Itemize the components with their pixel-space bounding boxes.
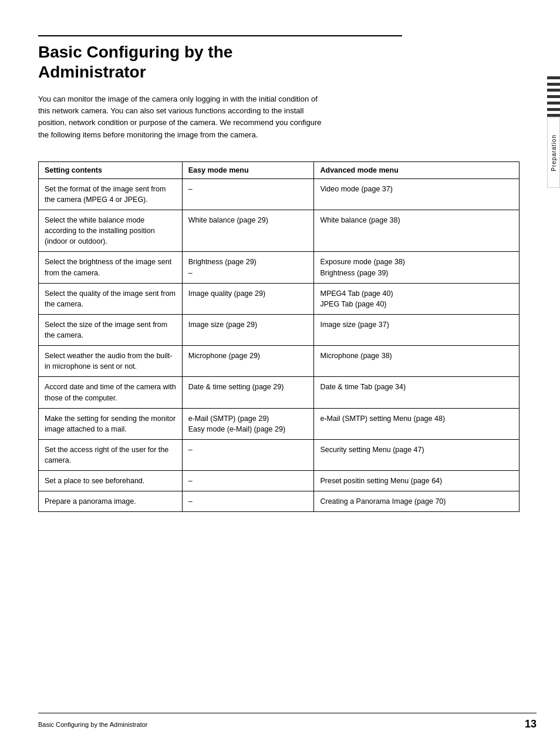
cell-setting-3: Select the quality of the image sent fro… <box>39 283 183 314</box>
table-header-row: Setting contents Easy mode menu Advanced… <box>39 161 519 178</box>
table-row: Set the access right of the user for the… <box>39 439 519 470</box>
cell-easy-3: Image quality (page 29) <box>182 283 314 314</box>
header-setting: Setting contents <box>39 161 183 178</box>
cell-setting-5: Select weather the audio from the built-… <box>39 346 183 377</box>
footer-page-number: 13 <box>525 718 537 730</box>
cell-advanced-5: Microphone (page 38) <box>314 346 519 377</box>
deco-line-3 <box>547 89 560 92</box>
cell-advanced-7: e-Mail (SMTP) setting Menu (page 48) <box>314 408 519 439</box>
cell-advanced-10: Creating a Panorama Image (page 70) <box>314 491 519 512</box>
header-easy: Easy mode menu <box>182 161 314 178</box>
cell-easy-8: – <box>182 439 314 470</box>
side-tab: Preparation <box>547 117 560 188</box>
cell-advanced-8: Security setting Menu (page 47) <box>314 439 519 470</box>
page-title: Basic Configuring by the Administrator <box>38 42 402 82</box>
deco-line-4 <box>547 95 560 98</box>
cell-setting-4: Select the size of the image sent from t… <box>39 314 183 345</box>
page-container: Basic Configuring by the Administrator Y… <box>0 0 560 748</box>
cell-easy-9: – <box>182 471 314 491</box>
cell-advanced-1: White balance (page 38) <box>314 210 519 252</box>
table-row: Prepare a panorama image.–Creating a Pan… <box>39 491 519 512</box>
cell-setting-6: Accord date and time of the camera with … <box>39 377 183 408</box>
cell-setting-2: Select the brightness of the image sent … <box>39 252 183 283</box>
table-row: Accord date and time of the camera with … <box>39 377 519 408</box>
footer-title: Basic Configuring by the Administrator <box>38 721 147 728</box>
cell-easy-7: e-Mail (SMTP) (page 29)Easy mode (e-Mail… <box>182 408 314 439</box>
table-row: Set a place to see beforehand.–Preset po… <box>39 471 519 491</box>
cell-easy-4: Image size (page 29) <box>182 314 314 345</box>
title-line1: Basic Configuring by the <box>38 43 232 61</box>
title-rule <box>38 35 402 36</box>
table-row: Select weather the audio from the built-… <box>39 346 519 377</box>
cell-setting-7: Make the setting for sending the monitor… <box>39 408 183 439</box>
cell-setting-1: Select the white balance mode according … <box>39 210 183 252</box>
settings-table: Setting contents Easy mode menu Advanced… <box>38 161 519 513</box>
deco-line-1 <box>547 76 560 79</box>
cell-setting-9: Set a place to see beforehand. <box>39 471 183 491</box>
table-row: Set the format of the image sent from th… <box>39 178 519 210</box>
table-row: Make the setting for sending the monitor… <box>39 408 519 439</box>
cell-setting-8: Set the access right of the user for the… <box>39 439 183 470</box>
deco-line-5 <box>547 102 560 105</box>
side-decoration <box>547 76 560 123</box>
deco-line-6 <box>547 108 560 111</box>
table-row: Select the quality of the image sent fro… <box>39 283 519 314</box>
cell-advanced-6: Date & time Tab (page 34) <box>314 377 519 408</box>
table-row: Select the brightness of the image sent … <box>39 252 519 283</box>
cell-advanced-4: Image size (page 37) <box>314 314 519 345</box>
side-tab-label: Preparation <box>551 134 557 171</box>
deco-line-2 <box>547 83 560 86</box>
table-row: Select the white balance mode according … <box>39 210 519 252</box>
cell-advanced-2: Exposure mode (page 38)Brightness (page … <box>314 252 519 283</box>
cell-advanced-9: Preset positin setting Menu (page 64) <box>314 471 519 491</box>
cell-easy-0: – <box>182 178 314 210</box>
footer: Basic Configuring by the Administrator 1… <box>38 713 537 730</box>
cell-easy-10: – <box>182 491 314 512</box>
header-advanced: Advanced mode menu <box>314 161 519 178</box>
cell-advanced-3: MPEG4 Tab (page 40)JPEG Tab (page 40) <box>314 283 519 314</box>
intro-paragraph: You can monitor the image of the camera … <box>38 93 326 141</box>
title-line2: Administrator <box>38 63 146 81</box>
deco-line-7 <box>547 114 560 117</box>
cell-advanced-0: Video mode (page 37) <box>314 178 519 210</box>
cell-easy-5: Microphone (page 29) <box>182 346 314 377</box>
table-row: Select the size of the image sent from t… <box>39 314 519 345</box>
cell-easy-6: Date & time setting (page 29) <box>182 377 314 408</box>
cell-easy-2: Brightness (page 29)– <box>182 252 314 283</box>
cell-easy-1: White balance (page 29) <box>182 210 314 252</box>
cell-setting-0: Set the format of the image sent from th… <box>39 178 183 210</box>
cell-setting-10: Prepare a panorama image. <box>39 491 183 512</box>
